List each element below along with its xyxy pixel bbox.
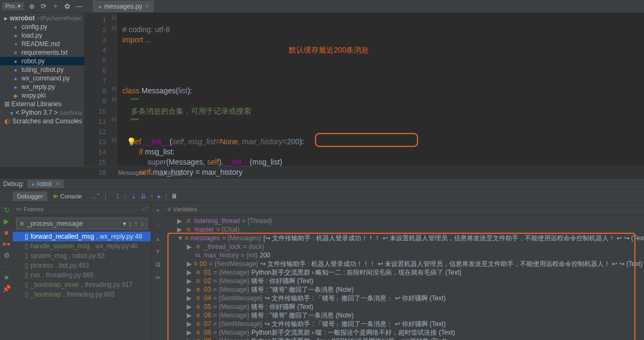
pin-icon[interactable]: 📌 bbox=[2, 285, 11, 293]
python-icon: ● bbox=[32, 181, 35, 187]
variable-row[interactable]: ▶≡listening_thread = {Thread} bbox=[164, 217, 644, 225]
tab-filename: messages.py bbox=[104, 3, 142, 10]
step-out-icon[interactable]: ↑ bbox=[150, 193, 153, 200]
frame-item[interactable]: ▯_bootstrap_inner, threading.py:917 bbox=[13, 280, 151, 290]
project-sidebar: ▸ wxrobot ~/PycharmProjec●config.py●load… bbox=[0, 13, 85, 166]
vars-rail: ＋ － ▲ ▼ ⧉ ∞ bbox=[151, 203, 164, 340]
python-file-icon: ● bbox=[98, 4, 101, 10]
debug-tabs: Debugger ▶Console …" | ⤵ ↓ ⇣ ⇊ ↑ ▸ | 🖩 bbox=[0, 190, 644, 203]
tree-file[interactable]: ≡requirements.txt bbox=[0, 48, 84, 57]
variables-panel: ≡Variables ▶≡listening_thread = {Thread}… bbox=[164, 203, 644, 340]
tree-root[interactable]: ▸ wxrobot ~/PycharmProjec bbox=[0, 14, 84, 23]
frame-item[interactable]: ▯run, threading.py:865 bbox=[13, 270, 151, 280]
editor-tab[interactable]: ● messages.py × bbox=[93, 1, 154, 12]
fold-column: ⊟⊟⊟⊟⊟⊟ bbox=[111, 13, 117, 166]
prev-frame-icon[interactable]: ↑ bbox=[134, 220, 137, 227]
debug-config-tab[interactable]: ● robot × bbox=[27, 180, 64, 188]
tree-file[interactable]: ◆wxpy.pkl bbox=[0, 91, 84, 100]
collapse-icon[interactable]: ÷ bbox=[51, 2, 60, 11]
thread-selector[interactable]: ≡ _process_message ▾ | ↑ ↓ bbox=[16, 218, 148, 230]
down-icon[interactable]: ▼ bbox=[155, 248, 161, 255]
frame-item[interactable]: ▯process, bot.py:453 bbox=[13, 261, 151, 270]
project-selector[interactable]: Pro..▾ bbox=[2, 2, 24, 10]
tree-file[interactable]: ●load.py bbox=[0, 31, 84, 40]
intention-bulb-icon[interactable]: 💡 bbox=[127, 137, 136, 147]
vars-icon: ≡ bbox=[167, 206, 171, 212]
frame-item[interactable]: ▯_bootstrap, threading.py:885 bbox=[13, 290, 151, 299]
tree-python-sdk[interactable]: ●< Python 3.7 > /usr/loca bbox=[0, 108, 84, 117]
tab-debugger[interactable]: Debugger bbox=[13, 191, 47, 201]
tree-file[interactable]: ●robot.py bbox=[0, 57, 84, 65]
gear-icon[interactable]: ✿ bbox=[63, 2, 71, 11]
stop-icon[interactable]: ■ bbox=[4, 228, 9, 236]
line-gutter: 12345678910111213141516 bbox=[85, 13, 111, 166]
highlight-box-param bbox=[315, 133, 418, 147]
tree-file[interactable]: ●wx_command.py bbox=[0, 74, 84, 83]
next-frame-icon[interactable]: ↓ bbox=[141, 220, 144, 227]
highlight-box-messages bbox=[167, 233, 635, 340]
frames-title: Frames bbox=[24, 206, 43, 212]
view-breakpoints-icon[interactable]: ●● bbox=[2, 240, 11, 248]
add-watch-icon[interactable]: ＋ bbox=[155, 206, 161, 215]
up-icon[interactable]: ▲ bbox=[155, 235, 161, 242]
frames-icon: ▭ bbox=[16, 205, 21, 212]
tab-console[interactable]: ▶Console bbox=[49, 191, 86, 201]
resume-icon[interactable]: ▶ bbox=[4, 217, 9, 225]
frame-item[interactable]: ▯system_msg, robot.py:63 bbox=[13, 251, 151, 261]
more-icon[interactable]: …" bbox=[91, 193, 99, 200]
frames-panel: ▭Frames ↔' ≡ _process_message ▾ | ↑ ↓ ▯f… bbox=[13, 203, 151, 340]
thread-icon: ≡ bbox=[20, 220, 24, 227]
remove-watch-icon[interactable]: － bbox=[155, 220, 161, 230]
tree-file[interactable]: ●config.py bbox=[0, 23, 84, 31]
frame-item[interactable]: ▯handle_system_msg, wx_reply.py:40 bbox=[13, 241, 151, 251]
tree-file[interactable]: ●wx_reply.py bbox=[0, 83, 84, 91]
settings-icon[interactable]: ≡ bbox=[4, 274, 9, 282]
top-toolbar: Pro..▾ ⊕ ⟳ ÷ ✿ — ● messages.py × bbox=[0, 0, 644, 13]
close-icon[interactable]: × bbox=[56, 180, 60, 188]
close-icon[interactable]: × bbox=[145, 3, 149, 10]
rerun-icon[interactable]: ↻ bbox=[4, 206, 10, 214]
code-editor[interactable]: 12345678910111213141516 ⊟⊟⊟⊟⊟⊟ # coding:… bbox=[85, 13, 644, 166]
tree-scratches[interactable]: ◐Scratches and Consoles bbox=[0, 117, 84, 125]
chevron-down-icon: ▾ bbox=[123, 220, 126, 227]
debug-left-rail: ↻ ▶ ■ ●● ⊘ — ≡ 📌 bbox=[0, 203, 13, 340]
debug-label: Debug: bbox=[3, 180, 24, 188]
tree-external-libs[interactable]: ⊞ External Libraries bbox=[0, 100, 84, 108]
minimize-icon[interactable]: — bbox=[75, 2, 83, 11]
watches-icon[interactable]: ∞ bbox=[156, 274, 160, 281]
tree-file[interactable]: ●tuling_robot.py bbox=[0, 65, 84, 74]
vars-title: Variables bbox=[173, 206, 197, 212]
mute-breakpoints-icon[interactable]: ⊘ bbox=[4, 251, 10, 259]
evaluate-icon[interactable]: 🖩 bbox=[171, 193, 178, 200]
step-over-icon[interactable]: ⤵ bbox=[116, 193, 119, 200]
frame-item[interactable]: ▯forward_recalled_msg, wx_reply.py:48 bbox=[13, 232, 151, 241]
tree-file[interactable]: ▾README.md bbox=[0, 40, 84, 48]
debug-title-bar: Debug: ● robot × bbox=[0, 178, 644, 190]
refresh-icon[interactable]: ⟳ bbox=[39, 2, 48, 11]
copy-icon[interactable]: ⧉ bbox=[156, 261, 160, 268]
target-icon[interactable]: ⊕ bbox=[27, 2, 36, 11]
run-to-cursor-icon[interactable]: ▸ bbox=[158, 193, 161, 200]
code-area[interactable]: # coding: utf-8 import ... class Message… bbox=[117, 13, 644, 166]
annotation-text: 默认缓存最近200条消息 bbox=[289, 45, 369, 55]
